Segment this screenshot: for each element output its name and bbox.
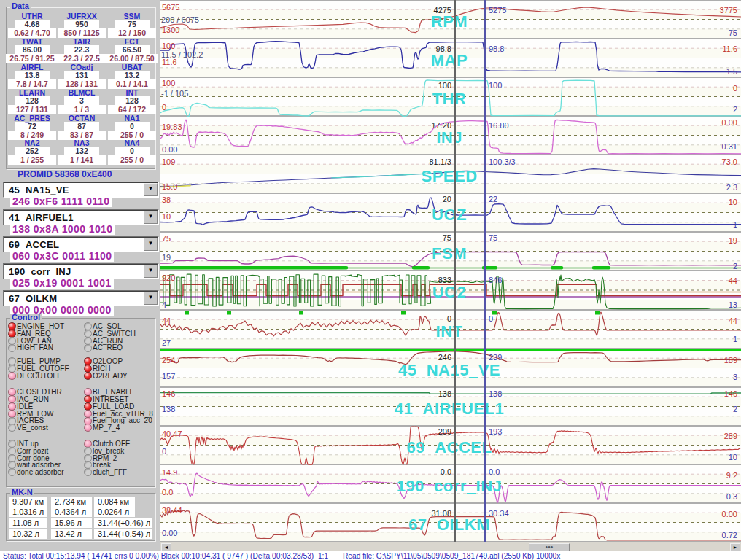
svg-text:38.44: 38.44 (162, 506, 182, 515)
svg-text:239: 239 (489, 353, 502, 362)
svg-text:FSM: FSM (432, 244, 467, 262)
svg-text:44: 44 (729, 276, 737, 285)
svg-text:0.31: 0.31 (722, 142, 737, 151)
svg-text:100: 100 (162, 79, 175, 88)
svg-text:INJ: INJ (436, 128, 462, 147)
svg-text:157: 157 (162, 372, 175, 381)
svg-text:246: 246 (438, 353, 451, 362)
svg-text:190 corr_INJ: 190 corr_INJ (397, 477, 503, 495)
svg-text:75: 75 (443, 233, 451, 242)
svg-text:9.2: 9.2 (726, 471, 737, 480)
svg-text:1: 1 (733, 220, 737, 229)
svg-text:30.34: 30.34 (489, 509, 509, 518)
svg-text:19: 19 (729, 236, 737, 245)
svg-text:846: 846 (489, 276, 502, 284)
svg-text:833: 833 (438, 276, 451, 284)
svg-text:MAP: MAP (431, 51, 468, 69)
svg-text:10: 10 (729, 453, 737, 462)
svg-text:3: 3 (733, 373, 737, 381)
svg-text:13: 13 (729, 300, 737, 309)
svg-text:11.6: 11.6 (162, 58, 177, 66)
svg-text:1300: 1300 (162, 26, 179, 34)
svg-text:11.6: 11.6 (722, 44, 737, 53)
svg-text:4275: 4275 (434, 6, 451, 15)
svg-text:0.0: 0.0 (489, 467, 500, 476)
svg-text:98.8: 98.8 (489, 44, 504, 53)
svg-text:SPEED: SPEED (421, 167, 477, 185)
svg-text:138: 138 (162, 405, 175, 413)
svg-text:0.0: 0.0 (441, 467, 451, 476)
svg-text:0: 0 (162, 447, 166, 456)
svg-text:0: 0 (733, 84, 737, 93)
svg-text:19: 19 (162, 253, 171, 262)
svg-text:193: 193 (489, 427, 502, 436)
svg-text:41 AIRFUEL1: 41 AIRFUEL1 (395, 400, 504, 418)
svg-text:0: 0 (162, 103, 166, 112)
svg-text:15.0: 15.0 (162, 182, 177, 191)
svg-text:0: 0 (447, 314, 451, 323)
svg-text:5675: 5675 (162, 3, 179, 12)
svg-text:100: 100 (438, 81, 451, 90)
svg-text:100: 100 (489, 81, 502, 90)
svg-text:200 / 6075: 200 / 6075 (161, 15, 199, 24)
svg-text:920: 920 (162, 273, 175, 282)
svg-text:10: 10 (729, 198, 737, 206)
svg-text:146: 146 (724, 389, 737, 398)
svg-text:0.72: 0.72 (722, 531, 737, 540)
svg-text:0.0: 0.0 (162, 488, 173, 497)
svg-text:138: 138 (489, 389, 502, 398)
svg-text:19.83: 19.83 (162, 122, 182, 131)
svg-text:5275: 5275 (489, 6, 506, 15)
svg-text:14.9: 14.9 (162, 468, 177, 477)
svg-text:189: 189 (724, 356, 737, 365)
svg-text:100: 100 (162, 42, 175, 50)
svg-text:146: 146 (162, 389, 175, 398)
svg-text:RPM: RPM (431, 12, 468, 31)
svg-text:75: 75 (489, 233, 497, 242)
svg-text:2: 2 (733, 105, 737, 114)
svg-text:27: 27 (162, 338, 171, 347)
svg-text:44: 44 (729, 316, 737, 325)
svg-text:UO2: UO2 (432, 283, 467, 301)
svg-text:20: 20 (443, 195, 451, 203)
svg-text:40.47: 40.47 (162, 429, 182, 438)
svg-text:109: 109 (162, 158, 175, 166)
svg-text:73.0: 73.0 (722, 158, 737, 166)
svg-text:67 OILKM: 67 OILKM (408, 516, 490, 534)
svg-text:THR: THR (432, 90, 467, 108)
svg-text:22: 22 (489, 195, 497, 203)
svg-text:138: 138 (438, 389, 451, 398)
svg-text:1.5: 1.5 (726, 67, 737, 76)
svg-text:0.3: 0.3 (726, 492, 737, 501)
svg-text:10: 10 (162, 212, 171, 221)
svg-text:81.1/3: 81.1/3 (429, 158, 451, 166)
svg-text:44: 44 (162, 316, 171, 325)
svg-text:4: 4 (162, 300, 166, 309)
svg-text:254: 254 (162, 356, 175, 365)
svg-text:-1 / 105: -1 / 105 (161, 89, 188, 98)
svg-text:0.00: 0.00 (162, 145, 177, 154)
svg-text:16.80: 16.80 (489, 121, 509, 130)
svg-text:3775: 3775 (720, 6, 737, 15)
svg-text:1: 1 (733, 335, 737, 343)
svg-text:UOZ: UOZ (432, 206, 467, 224)
svg-text:38: 38 (162, 195, 171, 204)
svg-text:100.3/3: 100.3/3 (489, 158, 516, 166)
svg-text:98.8: 98.8 (436, 44, 451, 53)
svg-text:209: 209 (438, 427, 451, 436)
svg-text:INT: INT (436, 322, 463, 341)
svg-text:75: 75 (162, 234, 171, 243)
svg-text:0.00: 0.00 (722, 510, 737, 518)
svg-text:31.08: 31.08 (431, 509, 451, 518)
svg-text:2.3: 2.3 (726, 183, 737, 192)
svg-text:69 ACCEL: 69 ACCEL (407, 438, 492, 456)
svg-text:0: 0 (489, 314, 493, 323)
svg-text:75: 75 (729, 28, 737, 37)
svg-text:0.00: 0.00 (162, 529, 177, 537)
svg-text:289: 289 (724, 432, 737, 440)
svg-text:2: 2 (733, 262, 737, 271)
svg-text:17.20: 17.20 (431, 121, 451, 130)
svg-text:0.00: 0.00 (722, 118, 737, 127)
svg-text:2: 2 (733, 405, 737, 413)
